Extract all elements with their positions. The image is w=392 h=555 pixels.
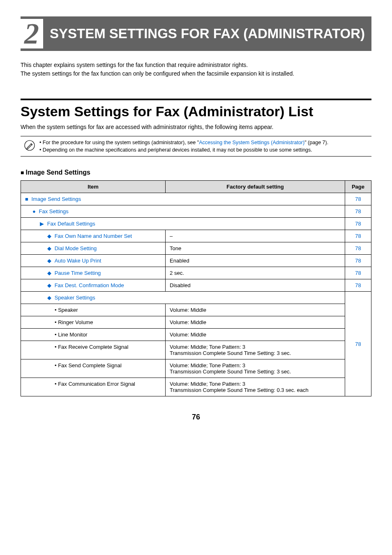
subhead-text: Image Send Settings — [25, 169, 90, 176]
page-cell[interactable]: 78 — [345, 230, 371, 242]
chapter-banner: 2 SYSTEM SETTINGS FOR FAX (ADMINISTRATOR… — [21, 16, 371, 51]
intro-line-2: The system settings for the fax function… — [21, 70, 294, 77]
factory-cell: 2 sec. — [166, 267, 345, 279]
table-row: ◆ Pause Time Setting2 sec.78 — [21, 267, 371, 279]
factory-cell: Disabled — [166, 279, 345, 292]
page-cell[interactable]: 78 — [345, 279, 371, 292]
note-box: • For the procedure for using the system… — [21, 136, 371, 157]
factory-cell: Tone — [166, 242, 345, 255]
table-row: • Ringer VolumeVolume: Middle — [21, 316, 371, 329]
page-cell[interactable]: 78 — [345, 255, 371, 267]
item-cell: • Line Monitor — [21, 329, 166, 341]
factory-cell: Volume: Middle — [166, 316, 345, 329]
header-item: Item — [21, 181, 166, 193]
table-row: • Fax Communication Error SignalVolume: … — [21, 378, 371, 396]
item-cell: • Speaker — [21, 304, 166, 316]
note-bullet-1-suffix: " (page 7). — [304, 140, 328, 145]
intro-paragraph: This chapter explains system settings fo… — [21, 61, 371, 78]
item-cell[interactable]: ■ Image Send Settings — [21, 193, 345, 205]
factory-cell: Volume: Middle; Tone Pattern: 3 Transmis… — [166, 341, 345, 359]
item-cell[interactable]: ◆ Pause Time Setting — [21, 267, 166, 279]
factory-cell: Volume: Middle; Tone Pattern: 3 Transmis… — [166, 359, 345, 378]
note-bullet-2: • Depending on the machine specification… — [39, 147, 312, 153]
chapter-number: 2 — [20, 19, 43, 48]
item-cell: • Fax Send Complete Signal — [21, 359, 166, 378]
section-title: System Settings for Fax (Administrator) … — [21, 104, 371, 120]
table-row: ◆ Speaker Settings78 — [21, 292, 371, 304]
settings-table: Item Factory default setting Page ■ Imag… — [21, 180, 371, 396]
section-rule — [21, 99, 371, 100]
factory-cell: Enabled — [166, 255, 345, 267]
page-number: 76 — [21, 413, 371, 421]
note-link[interactable]: Accessing the System Settings (Administr… — [199, 140, 304, 145]
table-row: ● Fax Settings78 — [21, 205, 371, 218]
item-cell[interactable]: ◆ Dial Mode Setting — [21, 242, 166, 255]
page-cell[interactable]: 78 — [345, 242, 371, 255]
table-header-row: Item Factory default setting Page — [21, 181, 371, 193]
table-row: ◆ Dial Mode SettingTone78 — [21, 242, 371, 255]
factory-cell: Volume: Middle — [166, 329, 345, 341]
page-cell[interactable]: 78 — [345, 267, 371, 279]
table-row: • Fax Receive Complete SignalVolume: Mid… — [21, 341, 371, 359]
pencil-icon — [24, 140, 35, 153]
page-cell[interactable]: 78 — [345, 218, 371, 230]
factory-cell: Volume: Middle; Tone Pattern: 3 Transmis… — [166, 378, 345, 396]
note-bullet-1-prefix: • For the procedure for using the system… — [39, 140, 199, 145]
table-row: • Line MonitorVolume: Middle — [21, 329, 371, 341]
item-cell[interactable]: ◆ Auto Wake Up Print — [21, 255, 166, 267]
page-cell[interactable]: 78 — [345, 193, 371, 205]
table-row: ■ Image Send Settings78 — [21, 193, 371, 205]
factory-cell: Volume: Middle — [166, 304, 345, 316]
page-cell[interactable]: 78 — [345, 205, 371, 218]
table-row: ◆ Fax Dest. Confirmation ModeDisabled78 — [21, 279, 371, 292]
table-row: ◆ Auto Wake Up PrintEnabled78 — [21, 255, 371, 267]
item-cell: • Fax Receive Complete Signal — [21, 341, 166, 359]
header-page: Page — [345, 181, 371, 193]
table-row: • SpeakerVolume: Middle — [21, 304, 371, 316]
chapter-title: SYSTEM SETTINGS FOR FAX (ADMINISTRATOR) — [43, 26, 365, 41]
table-row: ◆ Fax Own Name and Number Set–78 — [21, 230, 371, 242]
item-cell: • Fax Communication Error Signal — [21, 378, 166, 396]
header-factory: Factory default setting — [166, 181, 345, 193]
factory-cell: – — [166, 230, 345, 242]
note-text: • For the procedure for using the system… — [39, 139, 328, 154]
table-row: • Fax Send Complete SignalVolume: Middle… — [21, 359, 371, 378]
item-cell[interactable]: ● Fax Settings — [21, 205, 345, 218]
page-cell[interactable]: 78 — [345, 292, 371, 396]
square-bullet-icon: ■ — [21, 169, 24, 176]
table-row: ▶ Fax Default Settings78 — [21, 218, 371, 230]
item-cell[interactable]: ◆ Fax Own Name and Number Set — [21, 230, 166, 242]
intro-line-1: This chapter explains system settings fo… — [21, 62, 248, 68]
table-subhead: ■Image Send Settings — [21, 169, 371, 176]
item-cell[interactable]: ◆ Speaker Settings — [21, 292, 345, 304]
section-subtitle: When the system settings for fax are acc… — [21, 124, 371, 130]
item-cell[interactable]: ◆ Fax Dest. Confirmation Mode — [21, 279, 166, 292]
item-cell: • Ringer Volume — [21, 316, 166, 329]
item-cell[interactable]: ▶ Fax Default Settings — [21, 218, 345, 230]
